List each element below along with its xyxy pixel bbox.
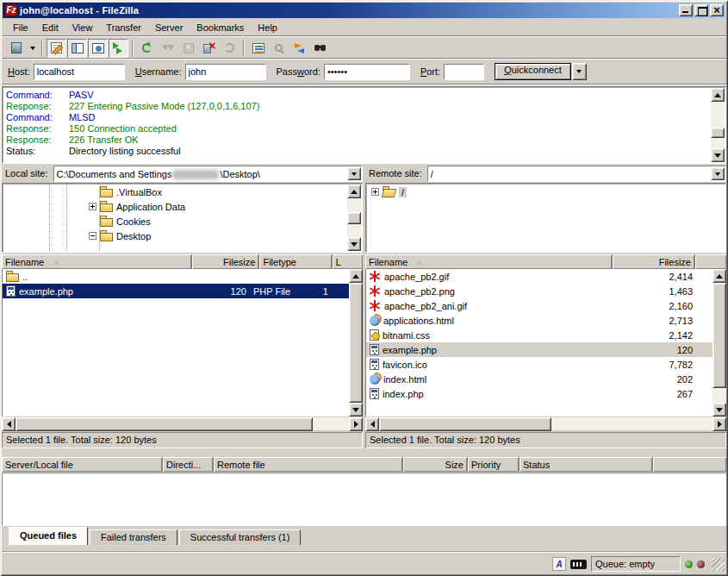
menu-bookmarks[interactable]: Bookmarks: [190, 21, 251, 34]
refresh-button[interactable]: [137, 39, 157, 58]
scroll-right-button[interactable]: [349, 417, 363, 431]
close-button[interactable]: [710, 4, 724, 16]
tab-successful-transfers[interactable]: Successful transfers (1): [179, 529, 302, 545]
toggle-message-log-button[interactable]: [47, 39, 66, 58]
file-row-example-php[interactable]: example.php 120 PHP File 1: [3, 284, 349, 298]
synchronized-browsing-button[interactable]: [289, 39, 309, 58]
scroll-up-button[interactable]: [347, 185, 361, 198]
directory-comparison-button: [269, 39, 289, 58]
quickconnect-dropdown-button[interactable]: [572, 63, 587, 80]
data-type-indicator-icon[interactable]: [552, 557, 566, 571]
column-header-remote-file[interactable]: Remote file: [214, 457, 403, 472]
column-header-filename[interactable]: Filename: [2, 254, 192, 269]
collapse-icon[interactable]: [89, 232, 96, 240]
column-header-last-modified[interactable]: L: [333, 254, 363, 269]
password-input[interactable]: [325, 66, 409, 77]
scrollbar-thumb[interactable]: [347, 212, 361, 224]
tree-item-desktop[interactable]: Desktop: [3, 229, 347, 243]
expand-icon[interactable]: [89, 203, 96, 210]
site-manager-dropdown-button[interactable]: [27, 39, 38, 58]
tree-item-root[interactable]: /: [367, 185, 725, 199]
scroll-up-button[interactable]: [711, 88, 725, 102]
scroll-right-button[interactable]: [712, 417, 726, 431]
menu-server[interactable]: Server: [148, 21, 190, 34]
scroll-down-button[interactable]: [711, 148, 725, 162]
local-tree-vertical-scrollbar[interactable]: [347, 185, 361, 251]
scroll-down-button[interactable]: [349, 403, 363, 416]
log-line: Command:MLSD: [6, 112, 711, 123]
file-row-example-php[interactable]: example.php 120: [366, 342, 712, 357]
menu-edit[interactable]: Edit: [35, 21, 65, 34]
local-site-dropdown-button[interactable]: [347, 167, 361, 180]
tab-failed-transfers[interactable]: Failed transfers: [90, 529, 177, 545]
file-row[interactable]: applications.html 2,713: [366, 313, 712, 328]
speed-limits-icon[interactable]: [570, 560, 587, 569]
file-row[interactable]: apache_pb2.png 1,463: [366, 284, 712, 298]
column-header-filename[interactable]: Filename: [365, 254, 613, 269]
column-header-filesize[interactable]: Filesize: [613, 254, 695, 269]
remote-list-vertical-scrollbar[interactable]: [712, 269, 726, 416]
column-header-priority[interactable]: Priority: [468, 457, 520, 472]
port-input[interactable]: [445, 66, 483, 77]
column-header-filetype[interactable]: Filetype: [259, 254, 332, 269]
remote-list-horizontal-scrollbar[interactable]: [365, 416, 726, 430]
local-site-combo[interactable]: C:\Documents and Settings\Desktop\: [53, 166, 363, 182]
scroll-up-button[interactable]: [712, 269, 726, 283]
scroll-down-button[interactable]: [712, 403, 726, 416]
column-header-filesize[interactable]: Filesize: [192, 254, 259, 269]
file-row[interactable]: apache_pb2.gif 2,414: [366, 269, 712, 284]
divider: [2, 84, 726, 85]
remote-site-dropdown-button[interactable]: [711, 167, 725, 180]
scrollbar-thumb[interactable]: [712, 283, 726, 388]
scroll-left-button[interactable]: [365, 417, 379, 431]
resize-grip[interactable]: [712, 558, 725, 571]
file-row[interactable]: favicon.ico 7,782: [366, 357, 712, 372]
log-vertical-scrollbar[interactable]: [711, 88, 725, 162]
tab-queued-files[interactable]: Queued files: [9, 527, 88, 545]
file-row-parent-dir[interactable]: ..: [3, 269, 349, 284]
scrollbar-thumb[interactable]: [16, 417, 313, 431]
site-manager-button[interactable]: [6, 39, 26, 58]
column-header-direction[interactable]: Directi...: [163, 457, 214, 472]
menu-file[interactable]: File: [6, 21, 35, 34]
quickconnect-button[interactable]: Quickconnect: [495, 63, 571, 80]
filezilla-app-icon[interactable]: Fz: [5, 4, 17, 16]
scrollbar-thumb[interactable]: [349, 283, 363, 403]
minimize-button[interactable]: [679, 4, 693, 16]
toggle-local-tree-button[interactable]: [67, 39, 87, 58]
scroll-up-button[interactable]: [349, 269, 363, 283]
scrollbar-thumb[interactable]: [711, 128, 725, 138]
local-list-horizontal-scrollbar[interactable]: [2, 416, 363, 430]
disconnect-button[interactable]: [199, 39, 219, 58]
menu-transfer[interactable]: Transfer: [99, 21, 148, 34]
remote-site-combo[interactable]: /: [427, 166, 726, 182]
file-row[interactable]: apache_pb2_ani.gif 2,160: [366, 298, 712, 313]
toggle-transfer-queue-button[interactable]: [109, 39, 128, 58]
menu-help[interactable]: Help: [251, 21, 284, 34]
file-row[interactable]: index.html 202: [366, 372, 712, 386]
scroll-left-button[interactable]: [2, 417, 16, 431]
directory-listing-filters-button[interactable]: [248, 39, 268, 58]
tree-item-application-data[interactable]: Application Data: [3, 199, 347, 214]
expand-icon[interactable]: [371, 188, 379, 196]
local-tree-body: .VirtualBox Application Data Cookies Des…: [3, 185, 347, 251]
queue-tabs: Queued files Failed transfers Successful…: [2, 526, 726, 545]
column-header-status[interactable]: Status: [520, 457, 653, 472]
local-list-vertical-scrollbar[interactable]: [349, 269, 363, 416]
column-header-server-local-file[interactable]: Server/Local file: [2, 457, 163, 472]
file-row[interactable]: index.php 267: [366, 386, 712, 401]
host-input[interactable]: [34, 66, 124, 77]
find-files-button[interactable]: [310, 39, 330, 58]
scroll-down-button[interactable]: [347, 237, 361, 251]
username-input[interactable]: [186, 66, 265, 77]
toggle-remote-tree-button[interactable]: [88, 39, 108, 58]
transfer-queue-list[interactable]: [2, 473, 726, 526]
scrollbar-thumb[interactable]: [379, 417, 551, 431]
column-header-size[interactable]: Size: [403, 457, 468, 472]
file-row[interactable]: bitnami.css 2,142: [366, 328, 712, 342]
menu-view[interactable]: View: [65, 21, 100, 34]
tree-item-cookies[interactable]: Cookies: [3, 214, 347, 229]
maximize-button[interactable]: [694, 4, 708, 16]
local-directory-tree: .VirtualBox Application Data Cookies Des…: [2, 183, 363, 253]
tree-item-virtualbox[interactable]: .VirtualBox: [3, 185, 347, 199]
